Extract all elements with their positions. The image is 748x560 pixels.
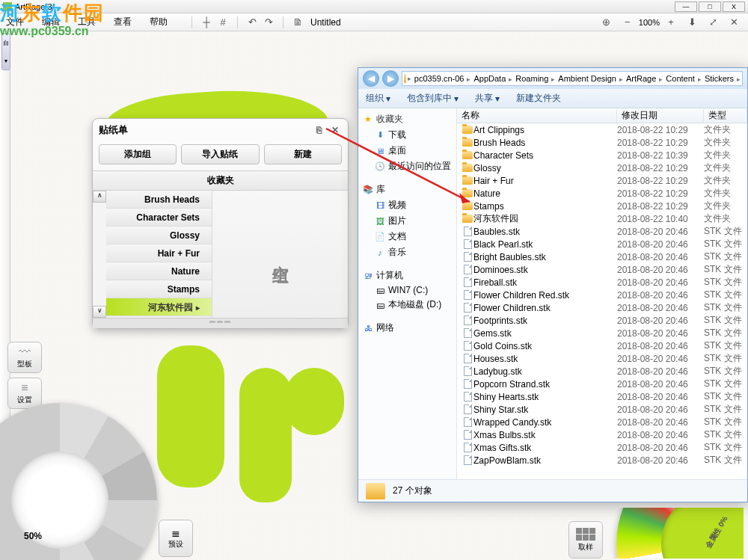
scroll-down-button[interactable]: ∨ xyxy=(93,306,106,318)
breadcrumb-segment[interactable]: pc0359.cn-06 xyxy=(411,74,468,83)
download-icon[interactable]: ⬇ xyxy=(685,16,699,29)
sidebar-desktop[interactable]: 🖥桌面 xyxy=(358,143,456,159)
sidebar-network[interactable]: 🖧网络 xyxy=(358,320,456,336)
menu-help[interactable]: 帮助 xyxy=(150,16,168,28)
breadcrumb-segment[interactable]: Roaming xyxy=(512,74,551,83)
sticker-group-item[interactable]: Character Sets xyxy=(106,209,212,227)
preset-button[interactable]: ≣ 预设 xyxy=(159,520,193,557)
file-row[interactable]: Flower Children.stk2018-08-20 20:46STK 文… xyxy=(457,301,747,314)
import-sticker-button[interactable]: 导入贴纸 xyxy=(181,144,259,164)
sticker-group-item[interactable]: Brush Heads xyxy=(106,191,212,209)
file-row[interactable]: Dominoes.stk2018-08-20 20:46STK 文件 xyxy=(457,263,747,276)
undo-icon[interactable]: ↶ xyxy=(245,16,259,29)
share-menu[interactable]: 共享 ▾ xyxy=(475,92,500,105)
sidebar-documents[interactable]: 📄文档 xyxy=(358,229,456,244)
close-doc-icon[interactable]: ✕ xyxy=(727,16,741,29)
file-row[interactable]: Wrapped Candy.stk2018-08-20 20:46STK 文件 xyxy=(457,416,747,428)
add-group-button[interactable]: 添加组 xyxy=(99,144,177,164)
sticker-group-item[interactable]: 河东软件园 xyxy=(106,298,212,316)
file-row[interactable]: Glossy2018-08-22 10:29文件夹 xyxy=(457,161,747,174)
grid-icon[interactable]: ┼ xyxy=(200,16,213,29)
explorer-titlebar[interactable]: ◀ ▶ ▸ pc0359.cn-06▸AppData▸Roaming▸Ambie… xyxy=(358,68,747,89)
favorites-row[interactable]: 收藏夹 xyxy=(93,170,348,191)
col-name[interactable]: 名称 xyxy=(457,109,617,122)
ruler-widget[interactable]: 自▾ xyxy=(1,33,10,70)
column-headers[interactable]: 名称 修改日期 类型 xyxy=(457,108,747,123)
sticker-group-item[interactable]: Nature xyxy=(106,262,212,280)
file-row[interactable]: Art Clippings2018-08-22 10:29文件夹 xyxy=(457,123,747,136)
scroll-track[interactable] xyxy=(93,203,106,306)
file-row[interactable]: Flower Children Red.stk2018-08-20 20:46S… xyxy=(457,289,747,301)
sampler-button[interactable]: 取样 xyxy=(568,521,603,559)
breadcrumb-segment[interactable]: Stickers xyxy=(702,74,737,83)
sidebar-drive-d[interactable]: 🖴本地磁盘 (D:) xyxy=(358,297,456,313)
nav-forward-button[interactable]: ▶ xyxy=(382,70,399,87)
sidebar-drive-c[interactable]: 🖴WIN7 (C:) xyxy=(358,283,456,297)
sidebar-video[interactable]: 🎞视频 xyxy=(358,197,456,213)
file-row[interactable]: Popcorn Strand.stk2018-08-20 20:46STK 文件 xyxy=(457,378,747,390)
nav-back-button[interactable]: ◀ xyxy=(363,70,379,87)
file-row[interactable]: Stamps2018-08-22 10:29文件夹 xyxy=(457,200,747,212)
sticker-group-item[interactable]: Stamps xyxy=(106,280,212,298)
stencil-button[interactable]: 〰 型板 xyxy=(7,342,42,373)
file-row[interactable]: Brush Heads2018-08-22 10:29文件夹 xyxy=(457,136,747,149)
snap-icon[interactable]: # xyxy=(216,16,230,29)
scroll-up-button[interactable]: ∧ xyxy=(93,191,106,203)
target-icon[interactable]: ⊕ xyxy=(600,16,613,29)
sidebar-recent[interactable]: 🕓最近访问的位置 xyxy=(358,159,456,174)
panel-close-icon[interactable]: ✕ xyxy=(328,123,342,137)
maximize-button[interactable]: □ xyxy=(699,1,721,12)
breadcrumb-bar[interactable]: ▸ pc0359.cn-06▸AppData▸Roaming▸Ambient D… xyxy=(402,71,743,86)
document-icon[interactable]: 🗎 xyxy=(291,16,304,29)
sidebar-computer[interactable]: 🖳计算机 xyxy=(358,268,456,283)
file-row[interactable]: Footprints.stk2018-08-20 20:46STK 文件 xyxy=(457,314,747,327)
menu-view[interactable]: 查看 xyxy=(114,16,132,28)
menu-tools[interactable]: 工具 xyxy=(78,16,96,28)
menu-edit[interactable]: 编辑 xyxy=(42,16,60,28)
file-row[interactable]: Black Pearl.stk2018-08-20 20:46STK 文件 xyxy=(457,238,747,250)
file-row[interactable]: Hair + Fur2018-08-22 10:29文件夹 xyxy=(457,174,747,187)
col-date[interactable]: 修改日期 xyxy=(617,109,704,122)
sticker-group-item[interactable]: Glossy xyxy=(106,227,212,244)
breadcrumb-segment[interactable]: Content xyxy=(663,74,698,83)
file-row[interactable]: 河东软件园2018-08-22 10:40文件夹 xyxy=(457,212,747,225)
settings-button[interactable]: ≡ 设置 xyxy=(7,378,42,409)
menu-file[interactable]: 文件 xyxy=(6,16,24,28)
file-row[interactable]: Gems.stk2018-08-20 20:46STK 文件 xyxy=(457,327,747,339)
organize-menu[interactable]: 组织 ▾ xyxy=(366,92,390,105)
file-row[interactable]: Bright Baubles.stk2018-08-20 20:46STK 文件 xyxy=(457,250,747,263)
color-picker[interactable]: 金属性 0% xyxy=(609,508,744,559)
include-menu[interactable]: 包含到库中 ▾ xyxy=(407,92,459,105)
file-row[interactable]: Fireball.stk2018-08-20 20:46STK 文件 xyxy=(457,276,747,289)
breadcrumb-segment[interactable]: AppData xyxy=(470,74,509,83)
file-row[interactable]: Shiny Hearts.stk2018-08-20 20:46STK 文件 xyxy=(457,390,747,403)
sidebar-downloads[interactable]: ⬇下载 xyxy=(358,127,456,143)
new-folder-button[interactable]: 新建文件夹 xyxy=(516,92,561,105)
new-sticker-button[interactable]: 新建 xyxy=(264,144,342,164)
file-row[interactable]: Character Sets2018-08-22 10:39文件夹 xyxy=(457,149,747,161)
sidebar-music[interactable]: ♪音乐 xyxy=(358,244,456,260)
tool-wheel[interactable]: 50% xyxy=(0,410,157,560)
file-row[interactable]: ZapPowBlam.stk2018-08-20 20:46STK 文件 xyxy=(457,454,747,467)
panel-resize-grip[interactable] xyxy=(93,318,348,328)
file-row[interactable]: Ladybug.stk2018-08-20 20:46STK 文件 xyxy=(457,365,747,378)
file-row[interactable]: Houses.stk2018-08-20 20:46STK 文件 xyxy=(457,352,747,365)
file-row[interactable]: Xmas Gifts.stk2018-08-20 20:46STK 文件 xyxy=(457,441,747,454)
breadcrumb-segment[interactable]: ArtRage xyxy=(623,74,659,83)
file-row[interactable]: Gold Coins.stk2018-08-20 20:46STK 文件 xyxy=(457,339,747,352)
col-type[interactable]: 类型 xyxy=(704,109,747,122)
sticker-group-item[interactable]: Hair + Fur xyxy=(106,244,212,262)
file-row[interactable]: Baubles.stk2018-08-20 20:46STK 文件 xyxy=(457,225,747,238)
fullscreen-icon[interactable]: ⤢ xyxy=(706,16,720,29)
minimize-button[interactable]: — xyxy=(675,1,697,12)
file-row[interactable]: Nature2018-08-22 10:29文件夹 xyxy=(457,187,747,200)
redo-icon[interactable]: ↷ xyxy=(262,16,275,29)
zoom-in-icon[interactable]: + xyxy=(664,16,678,29)
pin-icon[interactable]: ⎘ xyxy=(312,123,325,137)
zoom-out-icon[interactable]: − xyxy=(621,16,634,29)
close-button[interactable]: X xyxy=(723,1,745,12)
sidebar-pictures[interactable]: 🖼图片 xyxy=(358,213,456,229)
file-row[interactable]: Xmas Bulbs.stk2018-08-20 20:46STK 文件 xyxy=(457,428,747,441)
sidebar-library[interactable]: 📚库 xyxy=(358,182,456,197)
breadcrumb-segment[interactable]: Ambient Design xyxy=(555,74,619,83)
